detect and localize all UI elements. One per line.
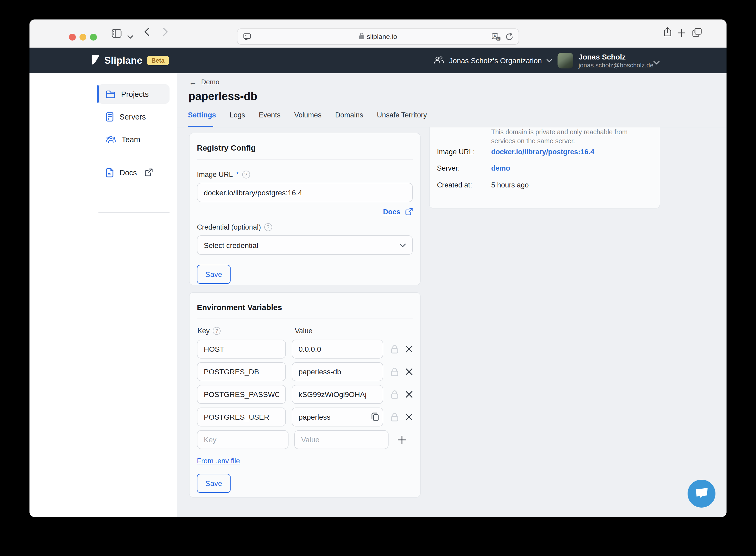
forward-button[interactable]	[163, 27, 168, 38]
env-value-label: Value	[295, 327, 313, 335]
created-at-value: 5 hours ago	[491, 181, 529, 189]
sidebar-item-label: Projects	[121, 90, 149, 98]
brand-name: Sliplane	[104, 55, 142, 66]
env-value-input[interactable]	[292, 340, 383, 358]
credential-help-icon[interactable]: ?	[264, 223, 272, 231]
active-indicator	[97, 85, 99, 103]
sidebar-item-label: Docs	[119, 168, 137, 177]
env-key-help-icon[interactable]: ?	[213, 327, 221, 335]
document-icon	[106, 168, 114, 177]
environment-variables-card: Environment Variables Key ? Value	[189, 292, 421, 497]
organization-name: Jonas Scholz's Organization	[449, 56, 542, 65]
tab-overview-icon[interactable]	[692, 28, 702, 39]
add-row-icon[interactable]	[397, 435, 406, 444]
tab-settings[interactable]: Settings	[188, 111, 216, 119]
sidebar-item-projects[interactable]: Projects	[98, 84, 170, 104]
image-url-help-icon[interactable]: ?	[242, 171, 250, 178]
url-text-wrap: sliplane.io	[238, 29, 518, 44]
new-env-value-input[interactable]	[294, 430, 389, 449]
remove-row-icon[interactable]	[405, 391, 413, 398]
docs-link-row: Docs	[197, 207, 413, 216]
back-button[interactable]	[144, 27, 149, 38]
external-link-icon	[145, 169, 153, 176]
tab-volumes[interactable]: Volumes	[294, 111, 322, 119]
main-content: ← Demo paperless-db Settings Logs Events…	[177, 73, 726, 517]
registry-save-button[interactable]: Save	[197, 265, 230, 284]
new-tab-icon[interactable]	[678, 29, 685, 39]
lock-icon[interactable]	[391, 390, 399, 399]
service-info-card: This domain is private and only reachabl…	[429, 128, 660, 209]
close-window-button[interactable]	[69, 34, 76, 40]
minimize-window-button[interactable]	[79, 34, 86, 40]
env-save-button[interactable]: Save	[197, 474, 230, 493]
from-env-file-link[interactable]: From .env file	[197, 457, 240, 465]
credential-select-value: Select credential	[204, 241, 258, 249]
tab-events[interactable]: Events	[259, 111, 281, 119]
env-key-input[interactable]	[197, 385, 286, 404]
env-key-input[interactable]	[197, 362, 286, 381]
sidebar-item-label: Team	[121, 135, 140, 143]
info-row-created-at: Created at: 5 hours ago	[437, 181, 529, 189]
required-marker: *	[236, 171, 239, 178]
user-menu[interactable]: Jonas Scholz jonas.scholz@bbscholz.de	[557, 53, 654, 69]
docs-link[interactable]: Docs	[383, 208, 400, 216]
tab-unsafe-territory[interactable]: Unsafe Territory	[377, 111, 427, 119]
env-value-input[interactable]	[292, 385, 383, 404]
image-url-input[interactable]	[197, 183, 413, 202]
env-key-input[interactable]	[197, 408, 286, 426]
reload-icon[interactable]	[505, 33, 513, 43]
remove-row-icon[interactable]	[405, 368, 413, 375]
avatar	[557, 53, 573, 68]
back-arrow-icon[interactable]: ←	[189, 77, 197, 86]
new-env-key-input[interactable]	[197, 430, 288, 449]
docs-external-link-icon[interactable]	[405, 208, 413, 215]
lock-icon[interactable]	[391, 413, 399, 421]
remove-row-icon[interactable]	[405, 345, 413, 353]
svg-text:A: A	[493, 34, 496, 38]
image-url-link[interactable]: docker.io/library/postgres:16.4	[491, 148, 595, 156]
copy-icon[interactable]	[371, 412, 379, 421]
breadcrumb[interactable]: ← Demo	[189, 77, 219, 86]
sidebar-item-docs[interactable]: Docs	[98, 163, 170, 182]
share-icon[interactable]	[663, 27, 672, 39]
credential-label: Credential (optional) ?	[197, 223, 413, 231]
remove-row-icon[interactable]	[405, 413, 413, 421]
card-divider	[197, 159, 413, 160]
env-row	[197, 385, 413, 404]
brand[interactable]: Sliplane Beta	[91, 48, 169, 73]
tab-logs[interactable]: Logs	[230, 111, 245, 119]
user-menu-chevron-icon[interactable]	[653, 58, 660, 67]
url-text: sliplane.io	[367, 33, 397, 40]
lock-icon[interactable]	[391, 367, 399, 376]
tab-bar: Settings Logs Events Volumes Domains Uns…	[188, 111, 427, 119]
organization-icon	[434, 56, 444, 66]
maximize-window-button[interactable]	[90, 34, 97, 40]
translate-icon[interactable]: A x	[492, 33, 501, 43]
toolbar-chevron-down-icon[interactable]	[128, 32, 133, 41]
credential-select[interactable]: Select credential	[197, 235, 413, 255]
scroll-area: Registry Config Image URL* ? Docs	[177, 128, 726, 517]
sidebar-item-servers[interactable]: Servers	[98, 107, 170, 126]
env-value-input[interactable]	[292, 362, 383, 381]
beta-badge: Beta	[147, 56, 169, 65]
sidebar-item-team[interactable]: Team	[98, 130, 170, 149]
tab-domains[interactable]: Domains	[335, 111, 363, 119]
info-row-image-url: Image URL: docker.io/library/postgres:16…	[437, 148, 595, 156]
app-header: Sliplane Beta Jonas Scholz's Organizatio…	[30, 48, 726, 73]
chat-widget-button[interactable]	[688, 480, 716, 508]
svg-text:x: x	[497, 37, 499, 40]
lock-icon[interactable]	[391, 345, 399, 353]
server-link[interactable]: demo	[491, 164, 510, 172]
env-key-input[interactable]	[197, 340, 286, 358]
browser-toolbar: sliplane.io A x	[30, 20, 726, 48]
sidebar-toggle-icon[interactable]	[112, 29, 121, 40]
breadcrumb-label[interactable]: Demo	[201, 78, 219, 86]
image-url-label: Image URL* ?	[197, 171, 413, 178]
address-bar[interactable]: sliplane.io A x	[237, 28, 519, 45]
env-value-input[interactable]	[292, 408, 383, 426]
registry-config-card: Registry Config Image URL* ? Docs	[189, 133, 421, 285]
env-row	[197, 408, 413, 426]
team-icon	[106, 135, 116, 143]
organization-switcher[interactable]: Jonas Scholz's Organization	[434, 48, 552, 73]
registry-config-heading: Registry Config	[197, 143, 413, 152]
